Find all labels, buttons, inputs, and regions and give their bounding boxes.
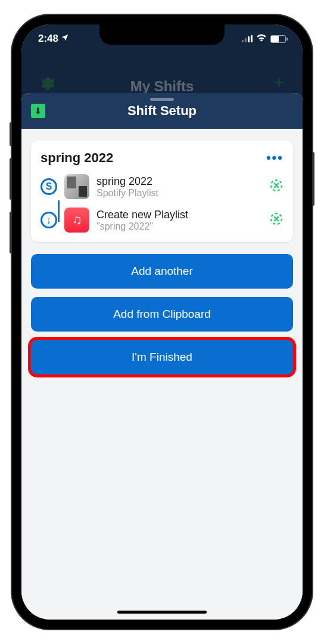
signal-icon	[242, 35, 253, 42]
source-row: S spring 2022 Spotify Playlist	[40, 174, 284, 199]
edit-icon[interactable]	[269, 212, 284, 229]
card-title: spring 2022	[40, 150, 113, 166]
source-title: spring 2022	[96, 175, 262, 188]
notch	[99, 24, 225, 45]
download-icon[interactable]: ⬇	[31, 104, 45, 118]
finished-button[interactable]: I'm Finished	[31, 340, 293, 374]
screen: My Shifts + 2:48	[21, 24, 303, 620]
phone-frame: My Shifts + 2:48	[12, 15, 312, 629]
shift-card: spring 2022 ••• S spring 2022 Spotify Pl…	[31, 141, 293, 242]
status-time: 2:48	[38, 33, 58, 45]
modal-sheet: ⬇ Shift Setup spring 2022 ••• S	[21, 93, 303, 620]
location-icon	[61, 33, 69, 45]
edit-icon[interactable]	[269, 178, 284, 196]
add-another-button[interactable]: Add another	[31, 254, 293, 289]
destination-title: Create new Playlist	[96, 209, 262, 221]
source-subtitle: Spotify Playlist	[96, 188, 262, 199]
sheet-title: Shift Setup	[127, 103, 197, 119]
sheet-header: ⬇ Shift Setup	[21, 93, 303, 129]
spotify-icon: S	[40, 178, 57, 195]
playlist-artwork	[64, 174, 89, 199]
add-from-clipboard-button[interactable]: Add from Clipboard	[31, 297, 293, 332]
arrow-down-icon: ↓	[40, 212, 57, 228]
home-indicator[interactable]	[117, 611, 207, 614]
destination-subtitle: "spring 2022"	[96, 221, 262, 232]
apple-music-icon: ♫	[64, 208, 89, 233]
more-icon[interactable]: •••	[266, 150, 284, 166]
wifi-icon	[256, 33, 267, 45]
destination-row: ↓ ♫ Create new Playlist "spring 2022"	[40, 208, 284, 233]
battery-icon	[270, 35, 286, 43]
sheet-grabber[interactable]	[150, 98, 174, 101]
